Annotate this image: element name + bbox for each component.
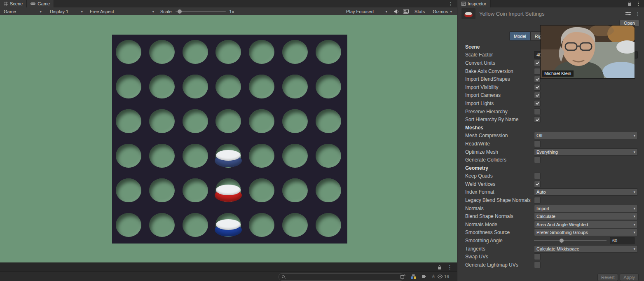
scale-slider[interactable]: [176, 11, 226, 12]
board-hole[interactable]: [316, 75, 341, 98]
board-hole[interactable]: [249, 109, 274, 133]
slider-handle[interactable]: [560, 239, 564, 243]
scale-label: Scale: [160, 9, 172, 14]
mute-audio-icon[interactable]: [393, 9, 399, 14]
display-dropdown[interactable]: Display 1 ▾: [47, 7, 85, 15]
dropdown[interactable]: Prefer Smoothing Groups▾: [534, 229, 638, 236]
board-hole[interactable]: [116, 75, 141, 98]
board-hole[interactable]: [215, 40, 241, 64]
build-blocks-icon[interactable]: [411, 274, 416, 279]
board-hole[interactable]: [282, 178, 308, 202]
board-hole[interactable]: [316, 178, 341, 202]
board-hole[interactable]: [149, 213, 175, 237]
popout-window-icon[interactable]: [400, 274, 405, 279]
checkbox[interactable]: [534, 84, 541, 91]
tab-inspector[interactable]: Inspector: [457, 0, 491, 7]
board-hole[interactable]: [149, 178, 175, 202]
apply-button[interactable]: Apply: [620, 274, 639, 281]
checkbox[interactable]: [534, 116, 541, 123]
board-hole[interactable]: [116, 40, 141, 64]
board-hole[interactable]: [183, 178, 208, 202]
board-hole[interactable]: [183, 109, 208, 133]
board-hole[interactable]: [183, 213, 208, 237]
board-hole[interactable]: [149, 40, 175, 64]
board-hole[interactable]: [116, 213, 141, 237]
board-hole[interactable]: [183, 75, 208, 98]
checkbox[interactable]: [534, 68, 541, 75]
board-hole[interactable]: [149, 144, 175, 168]
play-focused-dropdown[interactable]: Play Focused ▾: [344, 7, 390, 15]
board-hole[interactable]: [215, 75, 241, 98]
revert-button[interactable]: Revert: [597, 274, 618, 281]
dropdown[interactable]: Auto▾: [534, 188, 638, 196]
checkbox[interactable]: [534, 60, 541, 66]
stats-button[interactable]: Stats: [412, 7, 427, 15]
board-hole[interactable]: [249, 144, 274, 168]
game-display-target-dropdown[interactable]: Game ▾: [1, 7, 44, 15]
checkbox[interactable]: [534, 262, 541, 268]
property-row: Mesh CompressionOff▾: [457, 132, 644, 140]
slider-value-field[interactable]: 60: [610, 237, 635, 244]
dropdown[interactable]: Everything▾: [534, 148, 638, 156]
tab-model[interactable]: Model: [509, 31, 531, 41]
slider[interactable]: [534, 240, 607, 241]
board-hole[interactable]: [249, 213, 274, 237]
checkbox[interactable]: [534, 108, 541, 115]
board-hole[interactable]: [149, 109, 175, 133]
checkbox[interactable]: [534, 100, 541, 107]
checkbox[interactable]: [534, 197, 541, 204]
board-hole[interactable]: [183, 144, 208, 168]
board-hole[interactable]: [149, 75, 175, 98]
search-input[interactable]: [288, 274, 401, 280]
board-hole[interactable]: [116, 178, 141, 202]
dropdown[interactable]: Off▾: [534, 132, 638, 139]
board-hole[interactable]: [316, 109, 341, 133]
kebab-menu-icon[interactable]: ⋮: [448, 1, 453, 7]
search-field[interactable]: [279, 273, 404, 281]
board-hole[interactable]: [282, 40, 308, 64]
board-hole[interactable]: [116, 144, 141, 168]
checkbox[interactable]: [534, 76, 541, 82]
hidden-count[interactable]: 16: [437, 274, 449, 279]
dropdown[interactable]: Import▾: [534, 205, 638, 212]
board-hole[interactable]: [316, 213, 341, 237]
dropdown[interactable]: Area And Angle Weighted▾: [534, 221, 638, 228]
board-hole[interactable]: [282, 144, 308, 168]
tag-icon[interactable]: [422, 274, 426, 279]
kebab-menu-icon[interactable]: ⋮: [447, 265, 452, 270]
board-hole[interactable]: [249, 75, 274, 98]
checkbox[interactable]: [534, 140, 541, 147]
board-hole[interactable]: [249, 40, 274, 64]
kebab-menu-icon[interactable]: ⋮: [635, 11, 640, 16]
dropdown[interactable]: Calculate Mikktspace▾: [534, 245, 638, 253]
board-hole[interactable]: [282, 75, 308, 98]
scale-slider-handle[interactable]: [178, 9, 182, 14]
aspect-ratio-dropdown[interactable]: Free Aspect ▾: [87, 7, 157, 15]
tab-game[interactable]: Game: [27, 0, 54, 7]
board-hole[interactable]: [116, 109, 141, 133]
checkbox[interactable]: [534, 92, 541, 98]
checkbox[interactable]: [534, 157, 541, 163]
checkbox[interactable]: [534, 181, 541, 187]
lock-icon[interactable]: [628, 1, 632, 6]
board-hole[interactable]: [215, 109, 241, 133]
board-hole[interactable]: [316, 144, 341, 168]
checkbox[interactable]: [534, 253, 541, 260]
dropdown[interactable]: Calculate▾: [534, 213, 638, 220]
property-label: Weld Vertices: [465, 181, 534, 187]
board-hole[interactable]: [316, 40, 341, 64]
lock-icon[interactable]: [438, 265, 442, 270]
board-hole[interactable]: [183, 40, 208, 64]
kebab-menu-icon[interactable]: ⋮: [636, 1, 641, 6]
checkbox[interactable]: [534, 173, 541, 179]
board-hole[interactable]: [249, 178, 274, 202]
gizmos-dropdown[interactable]: Gizmos ▾: [431, 7, 454, 15]
property-label: Blend Shape Normals: [465, 213, 534, 219]
board-hole[interactable]: [282, 213, 308, 237]
presets-icon[interactable]: [625, 12, 631, 16]
board-hole[interactable]: [282, 109, 308, 133]
property-row: Normals ModeArea And Angle Weighted▾: [457, 220, 644, 229]
favorite-star-icon[interactable]: ★: [431, 273, 436, 279]
tab-scene[interactable]: Scene: [0, 0, 27, 7]
vsync-grid-icon[interactable]: [403, 9, 409, 14]
